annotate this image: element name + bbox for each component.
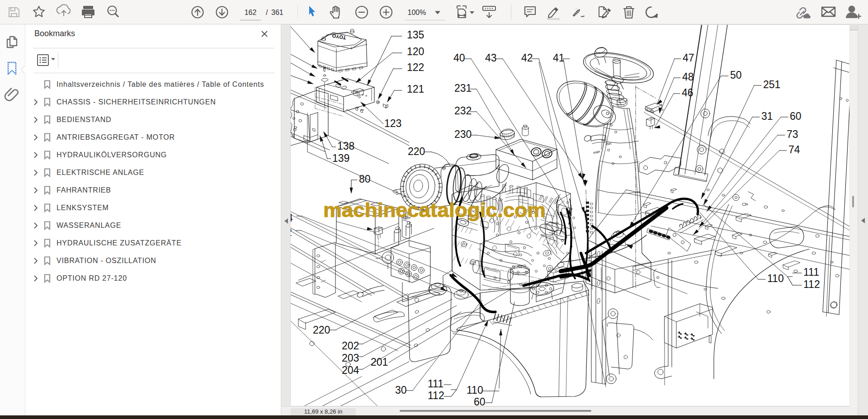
svg-text:112: 112 — [803, 278, 820, 290]
svg-text:2: 2 — [291, 226, 292, 238]
svg-text:min: min — [605, 141, 612, 146]
svg-text:201: 201 — [371, 356, 388, 368]
svg-text:135: 135 — [407, 29, 424, 41]
svg-text:max: max — [593, 149, 600, 155]
svg-text:220: 220 — [313, 324, 330, 336]
svg-text:41: 41 — [553, 52, 565, 64]
svg-text:31: 31 — [761, 110, 773, 122]
svg-text:361: 361 — [271, 9, 283, 16]
svg-text:220: 220 — [408, 146, 425, 157]
svg-text:/: / — [266, 9, 268, 16]
svg-text:100%: 100% — [408, 9, 426, 16]
svg-text:73: 73 — [787, 128, 798, 140]
svg-text:111: 111 — [428, 378, 443, 390]
svg-text:47: 47 — [683, 52, 694, 64]
svg-text:50: 50 — [730, 69, 742, 81]
svg-text:139: 139 — [332, 152, 349, 164]
svg-text:40: 40 — [453, 52, 465, 64]
svg-text:232: 232 — [454, 105, 472, 117]
svg-text:112: 112 — [428, 390, 444, 401]
svg-text:80: 80 — [359, 173, 371, 185]
svg-text:204: 204 — [342, 364, 359, 376]
svg-text:138: 138 — [337, 140, 354, 152]
svg-text:122: 122 — [407, 61, 424, 73]
svg-text:60: 60 — [474, 396, 486, 406]
svg-text:231: 231 — [454, 82, 472, 94]
svg-text:110: 110 — [767, 273, 784, 284]
svg-text:162: 162 — [245, 9, 257, 16]
svg-text:121: 121 — [407, 83, 424, 95]
svg-text:43: 43 — [485, 52, 497, 64]
svg-text:202: 202 — [342, 340, 359, 352]
svg-text:TOYO: TOYO — [331, 33, 346, 41]
svg-text:4: 4 — [291, 212, 293, 224]
svg-text:203: 203 — [342, 352, 359, 364]
svg-text:110: 110 — [467, 384, 483, 396]
svg-text:120: 120 — [407, 46, 424, 57]
svg-text:60: 60 — [790, 110, 802, 122]
svg-text:251: 251 — [763, 79, 780, 90]
svg-text:30: 30 — [395, 384, 407, 396]
svg-text:42: 42 — [521, 52, 533, 64]
svg-text:123: 123 — [384, 118, 401, 129]
svg-text:111: 111 — [803, 266, 819, 278]
svg-text:machinecatalogic.com: machinecatalogic.com — [323, 198, 546, 221]
svg-text:74: 74 — [788, 144, 800, 155]
svg-text:46: 46 — [682, 87, 693, 99]
svg-text:48: 48 — [682, 71, 694, 83]
svg-text:230: 230 — [454, 128, 472, 140]
